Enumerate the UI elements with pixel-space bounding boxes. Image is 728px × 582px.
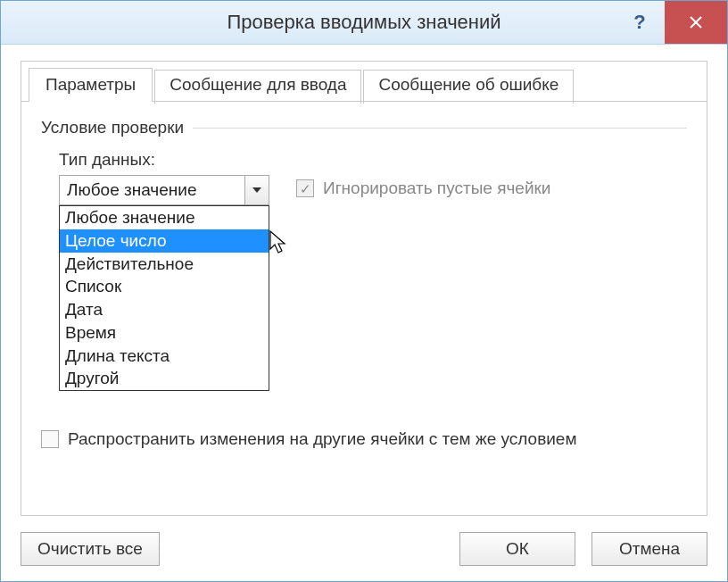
title-bar: Проверка вводимых значений ? xyxy=(1,1,727,45)
clear-all-button[interactable]: Очистить все xyxy=(21,532,160,566)
tab-label: Параметры xyxy=(46,75,136,94)
dropdown-item[interactable]: Список xyxy=(60,275,269,298)
tab-parameters[interactable]: Параметры xyxy=(29,68,153,102)
type-combobox-value: Любое значение xyxy=(60,180,244,200)
group-label: Условие проверки xyxy=(41,118,184,137)
tab-error-message[interactable]: Сообщение об ошибке xyxy=(363,70,574,104)
group-header: Условие проверки xyxy=(41,118,687,137)
close-icon xyxy=(688,14,704,30)
ignore-blank-checkbox[interactable]: ✓ xyxy=(296,179,314,197)
help-button[interactable]: ? xyxy=(615,1,665,44)
tab-label: Сообщение об ошибке xyxy=(378,75,558,94)
type-combobox[interactable]: Любое значение xyxy=(59,175,269,205)
ignore-blank-label: Игнорировать пустые ячейки xyxy=(323,179,550,198)
dropdown-item[interactable]: Дата xyxy=(60,298,269,321)
tab-strip: Параметры Сообщение для ввода Сообщение … xyxy=(21,62,707,101)
chevron-down-icon xyxy=(252,187,262,194)
button-label: Очистить все xyxy=(37,539,143,559)
propagate-row: ✓ Распространить изменения на другие яче… xyxy=(41,429,577,449)
button-label: ОК xyxy=(506,539,529,559)
type-row: Любое значение Любое значениеЦелое число… xyxy=(41,175,687,205)
dialog-button-row: Очистить все ОК Отмена xyxy=(21,532,707,566)
content-area: Параметры Сообщение для ввода Сообщение … xyxy=(1,45,727,582)
dropdown-item[interactable]: Другой xyxy=(60,367,269,390)
window-title: Проверка вводимых значений xyxy=(227,11,500,34)
type-label: Тип данных: xyxy=(59,150,687,170)
propagate-label: Распространить изменения на другие ячейк… xyxy=(68,429,577,449)
tab-panel-parameters: Условие проверки Тип данных: Любое значе… xyxy=(21,101,707,467)
dropdown-item[interactable]: Любое значение xyxy=(60,206,269,229)
cancel-button[interactable]: Отмена xyxy=(592,532,707,566)
type-combo-wrap: Любое значение Любое значениеЦелое число… xyxy=(59,175,269,205)
tab-container: Параметры Сообщение для ввода Сообщение … xyxy=(21,61,707,516)
type-dropdown-list[interactable]: Любое значениеЦелое числоДействительноеС… xyxy=(59,205,269,391)
dropdown-item[interactable]: Длина текста xyxy=(60,345,269,368)
button-label: Отмена xyxy=(619,539,680,559)
dropdown-item[interactable]: Действительное xyxy=(60,253,269,276)
combo-dropdown-button[interactable] xyxy=(244,176,269,204)
close-button[interactable] xyxy=(665,1,727,44)
dialog-window: Проверка вводимых значений ? Параметры С… xyxy=(0,0,728,582)
check-icon: ✓ xyxy=(300,182,311,195)
ignore-blank-row: ✓ Игнорировать пустые ячейки xyxy=(296,179,550,198)
propagate-checkbox[interactable]: ✓ xyxy=(41,430,59,448)
dropdown-item[interactable]: Время xyxy=(60,321,269,345)
tab-input-message[interactable]: Сообщение для ввода xyxy=(154,70,361,104)
titlebar-buttons: ? xyxy=(615,1,727,44)
svg-marker-2 xyxy=(252,187,261,193)
tab-label: Сообщение для ввода xyxy=(170,75,346,94)
help-icon: ? xyxy=(633,11,645,34)
dropdown-item[interactable]: Целое число xyxy=(60,229,269,253)
mouse-cursor-icon xyxy=(269,230,289,259)
svg-marker-3 xyxy=(270,231,285,253)
ok-button[interactable]: ОК xyxy=(459,532,575,566)
group-divider xyxy=(193,128,687,129)
